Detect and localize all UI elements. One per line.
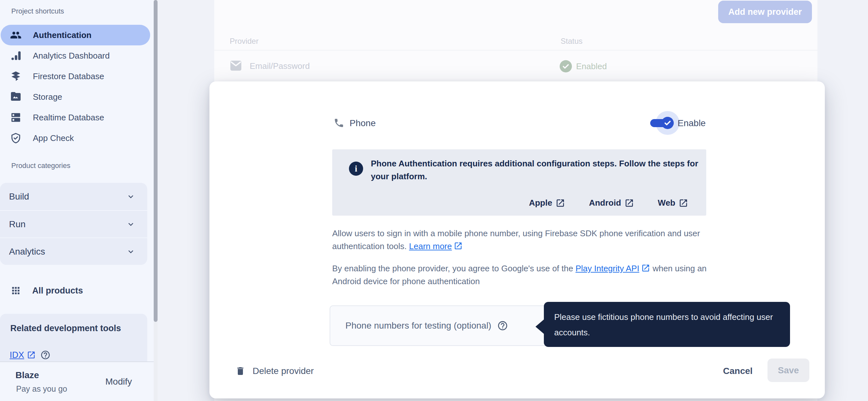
sidebar-item-storage[interactable]: Storage [0,87,154,107]
external-link-icon [624,198,634,208]
plan-name: Blaze [16,370,39,380]
shield-check-icon [10,132,22,144]
sidebar-item-label: Authentication [33,30,92,40]
sidebar-item-authentication[interactable]: Authentication [1,25,150,45]
sidebar-scrollbar-thumb[interactable] [154,0,158,322]
description-paragraph: Allow users to sign in with a mobile pho… [332,227,712,253]
android-link[interactable]: Android [589,198,634,208]
platform-links: Apple Android Web [529,198,688,208]
tooltip-arrow [535,319,545,334]
help-icon[interactable] [40,350,51,360]
sidebar-item-realtime-database[interactable]: Realtime Database [0,107,154,128]
category-group: Build Run Analytics [0,183,147,265]
sidebar-divider [0,361,154,362]
delete-provider-label: Delete provider [253,366,314,376]
sidebar-item-analytics-dashboard[interactable]: Analytics Dashboard [0,45,154,66]
learn-more-link[interactable]: Learn more [409,241,463,251]
phone-provider-dialog: Phone Enable i Phone Authentication requ… [210,81,825,398]
dialog-provider-title: Phone [349,118,376,128]
status-column-header: Status [561,37,583,46]
category-label: Analytics [9,246,45,257]
category-build[interactable]: Build [0,183,147,210]
android-link-label: Android [589,198,621,208]
status-badge: Enabled [576,62,607,71]
all-products-label: All products [32,286,83,296]
save-button[interactable]: Save [768,359,809,382]
project-shortcuts-header: Project shortcuts [11,7,64,15]
idx-row: IDX [10,350,51,360]
info-text: Phone Authentication requires additional… [371,157,700,183]
learn-more-label: Learn more [409,241,452,251]
sidebar-item-label: App Check [33,133,74,143]
cancel-button[interactable]: Cancel [715,360,761,382]
external-link-icon [454,241,463,250]
analytics-icon [10,49,22,62]
info-banner: i Phone Authentication requires addition… [332,149,706,215]
delete-provider-button[interactable]: Delete provider [235,360,314,382]
toggle-knob-check-icon [661,117,674,129]
storage-icon [10,91,22,103]
external-link-icon [679,198,688,208]
chevron-down-icon [126,247,136,257]
sidebar-item-label: Realtime Database [33,113,104,123]
email-icon [230,60,242,71]
play-integrity-api-label: Play Integrity API [576,264,639,273]
firestore-icon [10,70,22,82]
related-tools-header: Related development tools [10,324,121,333]
enabled-check-icon [560,60,572,72]
terms-text-before: By enabling the phone provider, you agre… [332,264,573,273]
testing-tooltip: Please use fictitious phone numbers to a… [544,302,790,347]
category-label: Run [9,219,26,230]
terms-paragraph: By enabling the phone provider, you agre… [332,262,712,288]
apple-link-label: Apple [529,198,552,208]
database-icon [10,111,22,124]
sidebar-item-label: Storage [33,92,62,102]
category-run[interactable]: Run [0,210,147,237]
related-tools-panel: Related development tools IDX [0,314,147,361]
sidebar-nav: Authentication Analytics Dashboard Fires… [0,25,154,148]
testing-panel-label: Phone numbers for testing (optional) [345,321,491,331]
people-icon [10,29,22,41]
apps-grid-icon [10,285,21,296]
info-icon: i [349,162,363,176]
sidebar-item-firestore-database[interactable]: Firestore Database [0,66,154,87]
modify-plan-button[interactable]: Modify [105,376,132,387]
trash-icon [235,365,246,377]
phone-icon [334,118,344,128]
category-label: Build [9,192,29,202]
external-link-icon [641,264,650,273]
description-text: Allow users to sign in with a mobile pho… [332,229,700,251]
play-integrity-api-link[interactable]: Play Integrity API [576,264,650,273]
provider-column-header: Provider [230,37,258,46]
category-analytics[interactable]: Analytics [0,237,147,265]
external-link-icon [27,350,36,360]
external-link-icon [555,198,565,208]
table-divider [214,50,817,51]
sidebar: Project shortcuts Authentication Analyti… [0,0,154,401]
web-link[interactable]: Web [658,198,688,208]
sidebar-item-label: Firestore Database [33,71,104,81]
help-icon[interactable] [497,320,508,331]
add-new-provider-button[interactable]: Add new provider [718,1,812,23]
sidebar-item-label: Analytics Dashboard [33,51,110,61]
product-categories-header: Product categories [11,162,70,170]
plan-subtitle: Pay as you go [16,384,67,394]
enable-label: Enable [678,118,706,128]
apple-link[interactable]: Apple [529,198,565,208]
provider-name: Email/Password [250,61,310,71]
idx-link-label: IDX [10,350,24,360]
tooltip-text: Please use fictitious phone numbers to a… [554,309,780,340]
chevron-down-icon [126,220,136,229]
testing-panel-label-row: Phone numbers for testing (optional) [345,320,508,331]
idx-link[interactable]: IDX [10,350,36,360]
sidebar-item-app-check[interactable]: App Check [0,128,154,148]
sidebar-item-all-products[interactable]: All products [0,280,147,301]
web-link-label: Web [658,198,675,208]
chevron-down-icon [126,192,136,201]
